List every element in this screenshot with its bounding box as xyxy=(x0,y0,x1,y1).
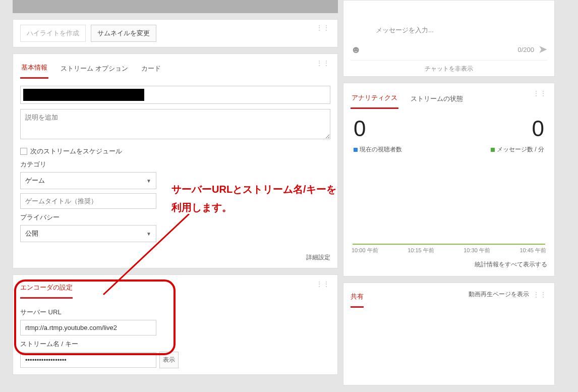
video-page-link[interactable]: 動画再生ページを表示 xyxy=(469,290,529,299)
video-preview-placeholder xyxy=(13,0,338,13)
x-tick: 10:45 午前 xyxy=(519,247,546,254)
tab-basic-info[interactable]: 基本情報 xyxy=(20,60,48,79)
category-label: カテゴリ xyxy=(20,160,330,169)
encoder-settings-panel: エンコーダの設定 サーバー URL ストリーム名 / キー 表示 xyxy=(13,274,338,375)
create-highlight-button[interactable]: ハイライトを作成 xyxy=(20,25,86,42)
chevron-down-icon: ▼ xyxy=(146,231,151,237)
info-tabs: 基本情報 ストリーム オプション カード xyxy=(20,60,162,79)
char-counter: 0/200 xyxy=(517,46,534,53)
analytics-panel: アナリティクス ストリームの状態 0 0 現在の視聴者数 メッセージ数 / 分 … xyxy=(343,83,555,276)
game-title-input[interactable] xyxy=(20,193,156,209)
analytics-chart xyxy=(353,159,545,245)
stream-key-label: ストリーム名 / キー xyxy=(20,340,330,349)
tab-stream-options[interactable]: ストリーム オプション xyxy=(60,61,129,78)
change-thumbnail-button[interactable]: サムネイルを変更 xyxy=(91,25,156,42)
square-blue-icon xyxy=(354,148,358,152)
tab-stream-status[interactable]: ストリームの状態 xyxy=(410,91,464,108)
emoji-icon[interactable]: ☻ xyxy=(351,44,361,55)
tab-cards[interactable]: カード xyxy=(140,61,162,78)
redacted-title-bar xyxy=(23,89,144,101)
send-icon[interactable]: ➤ xyxy=(538,43,547,56)
drag-handle-icon xyxy=(316,281,330,287)
category-select[interactable]: ゲーム ▼ xyxy=(20,172,156,189)
current-viewers-value: 0 xyxy=(354,116,366,141)
drag-handle-icon xyxy=(316,60,330,66)
share-body-panel xyxy=(343,320,555,385)
x-tick: 10:00 午前 xyxy=(352,247,378,254)
category-value: ゲーム xyxy=(25,176,45,185)
chat-message-input[interactable]: メッセージを入力... xyxy=(375,23,547,38)
basic-info-panel: 基本情報 ストリーム オプション カード 次のストリームをスケジュール カテゴリ… xyxy=(13,53,338,268)
stream-key-input[interactable] xyxy=(20,352,156,368)
viewers-legend: 現在の視聴者数 xyxy=(354,145,402,154)
annotation-text: サーバーURLとストリーム名/キーを 利用します。 xyxy=(171,180,336,216)
server-url-input[interactable] xyxy=(20,320,156,335)
title-input[interactable] xyxy=(20,86,330,104)
drag-handle-icon xyxy=(533,90,547,96)
chat-messages-area xyxy=(351,3,547,20)
chevron-down-icon: ▼ xyxy=(146,178,151,184)
share-title: 共有 xyxy=(351,290,364,308)
square-green-icon xyxy=(491,148,495,152)
privacy-select[interactable]: 公開 ▼ xyxy=(20,225,156,242)
share-panel: 共有 動画再生ページを表示 xyxy=(343,283,555,320)
show-key-button[interactable]: 表示 xyxy=(159,352,179,368)
drag-handle-icon xyxy=(316,25,330,31)
chat-panel: メッセージを入力... ☻ 0/200 ➤ チャットを非表示 xyxy=(343,0,555,77)
checkbox-icon[interactable] xyxy=(20,148,27,155)
messages-per-min-value: 0 xyxy=(532,116,544,141)
show-all-stats-link[interactable]: 統計情報をすべて表示する xyxy=(475,261,547,268)
encoder-title: エンコーダの設定 xyxy=(20,281,73,299)
tab-analytics[interactable]: アナリティクス xyxy=(351,90,398,109)
description-textarea[interactable] xyxy=(20,109,330,139)
chart-x-axis: 10:00 午前 10:15 午前 10:30 午前 10:45 午前 xyxy=(351,245,547,256)
hide-chat-link[interactable]: チャットを非表示 xyxy=(351,60,547,73)
x-tick: 10:30 午前 xyxy=(464,247,490,254)
x-tick: 10:15 午前 xyxy=(408,247,434,254)
messages-legend: メッセージ数 / 分 xyxy=(491,145,544,154)
server-url-label: サーバー URL xyxy=(20,308,330,317)
schedule-checkbox-row[interactable]: 次のストリームをスケジュール xyxy=(20,147,330,156)
schedule-label: 次のストリームをスケジュール xyxy=(30,147,122,156)
drag-handle-icon xyxy=(533,292,547,298)
toolbar-panel: ハイライトを作成 サムネイルを変更 xyxy=(13,19,338,47)
advanced-settings-link[interactable]: 詳細設定 xyxy=(306,254,330,261)
privacy-value: 公開 xyxy=(25,229,38,238)
